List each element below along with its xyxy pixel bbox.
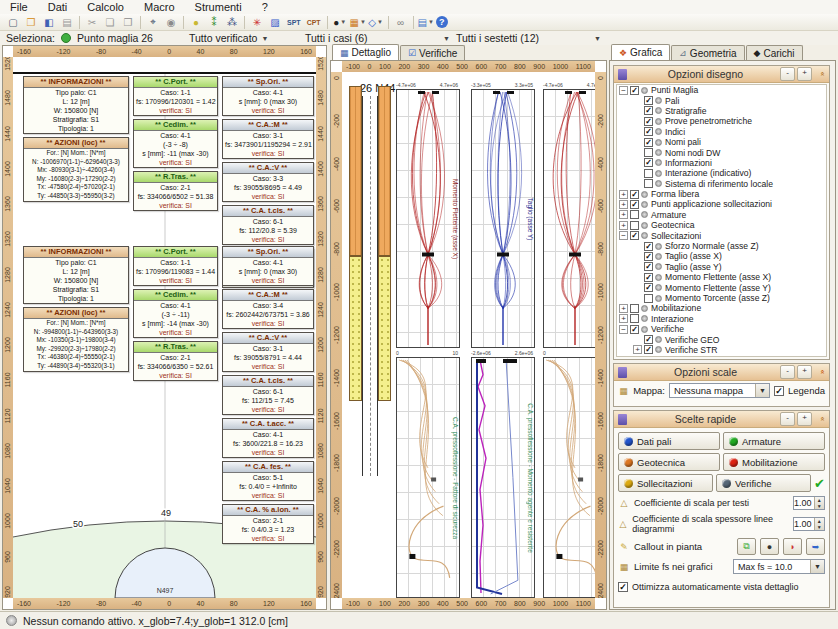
spin-down-icon[interactable]: ▼ xyxy=(815,503,824,509)
new-icon[interactable]: ▢ xyxy=(5,15,21,30)
open-icon[interactable]: ❐ xyxy=(23,15,39,30)
tree-item[interactable]: ✓Taglio (asse Y) xyxy=(617,262,826,272)
tree-expander[interactable]: + xyxy=(619,210,628,219)
tree-checkbox[interactable] xyxy=(644,294,653,303)
tree-item[interactable]: −✓Verifiche xyxy=(617,324,826,334)
tab-verifiche[interactable]: ☑Verifiche xyxy=(400,45,465,60)
tree-expander[interactable]: − xyxy=(619,86,628,95)
tree-checkbox[interactable]: ✓ xyxy=(644,96,653,105)
tree-expander[interactable]: + xyxy=(619,304,628,313)
grid-menu-icon[interactable]: ▦▼ xyxy=(350,15,366,30)
tree-item[interactable]: ✓Momento Flettente (asse X) xyxy=(617,272,826,282)
section-shrink-button[interactable]: - xyxy=(780,67,795,81)
tree-checkbox[interactable] xyxy=(644,148,653,157)
spin-down-icon[interactable]: ▼ xyxy=(815,524,824,530)
cpt-button[interactable]: CPT xyxy=(305,15,323,30)
cases-filter-dropdown[interactable]: Tutti i casi (6)▼ xyxy=(305,32,450,44)
section-grow-button[interactable]: + xyxy=(797,412,812,426)
tab-carichi[interactable]: ◆Carichi xyxy=(746,45,803,60)
tree-item[interactable]: Interazione (indicativo) xyxy=(617,168,826,178)
tree-item[interactable]: −✓Sollecitazioni xyxy=(617,230,826,240)
print-icon[interactable]: ▤ xyxy=(59,15,75,30)
menu-file[interactable]: File xyxy=(8,1,30,13)
section-collapse-button[interactable]: « xyxy=(815,68,827,81)
tree-checkbox[interactable] xyxy=(644,169,653,178)
section-shrink-button[interactable]: - xyxy=(780,412,795,426)
verified-filter-dropdown[interactable]: Tutto verificato▼ xyxy=(189,32,299,44)
tree-item[interactable]: ✓Stratigrafie xyxy=(617,106,826,116)
tree-checkbox[interactable]: ✓ xyxy=(644,106,653,115)
tree-item[interactable]: +Interazione xyxy=(617,314,826,324)
nodes-menu-icon[interactable]: ◇▼ xyxy=(368,15,384,30)
paste-icon[interactable]: ❐ xyxy=(120,15,136,30)
section-collapse-button[interactable]: « xyxy=(815,366,827,379)
tree-checkbox[interactable]: ✓ xyxy=(644,283,653,292)
tree-item[interactable]: ✓Informazioni xyxy=(617,158,826,168)
plan-view-canvas[interactable]: 504948N497 ** INFORMAZIONI **Tipo palo: … xyxy=(13,57,316,598)
callout-option-3-button[interactable]: ◗ xyxy=(783,538,802,555)
tree-checkbox[interactable] xyxy=(630,210,639,219)
tree-item[interactable]: +✓Verifiche STR xyxy=(617,345,826,355)
sextets-filter-dropdown[interactable]: Tutti i sestetti (12)▼ xyxy=(456,32,601,44)
tree-expander[interactable]: − xyxy=(619,325,628,334)
detail-canvas[interactable]: 26 N44 Momento Flettente (asse X)-4.7e+0… xyxy=(342,72,595,598)
tab-geometria[interactable]: ⊿Geometria xyxy=(671,45,744,60)
tree-item[interactable]: ✓Verifiche GEO xyxy=(617,334,826,344)
tree-item[interactable]: ✓Indici xyxy=(617,127,826,137)
section-grow-button[interactable]: + xyxy=(797,67,812,81)
tree-expander[interactable]: + xyxy=(619,190,628,199)
tree-checkbox[interactable]: ✓ xyxy=(630,190,639,199)
callout-option-2-button[interactable]: ● xyxy=(760,538,779,555)
tree-expander[interactable]: − xyxy=(619,231,628,240)
tree-item[interactable]: +✓Forma libera xyxy=(617,189,826,199)
section-grow-button[interactable]: + xyxy=(797,365,812,379)
callout-option-1-button[interactable]: ⧉ xyxy=(737,538,756,555)
fs-limit-select[interactable]: Max fs = 10.0▼ xyxy=(733,559,825,574)
tree-item[interactable]: +✓Punti applicazione sollecitazioni xyxy=(617,199,826,209)
quick-geotecnica-button[interactable]: Geotecnica xyxy=(618,453,720,471)
tree-item[interactable]: ✓Taglio (asse X) xyxy=(617,251,826,261)
users-icon[interactable]: ⁑ xyxy=(206,15,222,30)
tree-expander[interactable]: + xyxy=(619,200,628,209)
sphere-icon[interactable]: ◉ xyxy=(163,15,179,30)
tree-item[interactable]: +Geotecnica xyxy=(617,220,826,230)
tree-checkbox[interactable]: ✓ xyxy=(644,242,653,251)
tree-checkbox[interactable]: ✓ xyxy=(644,335,653,344)
quick-dati-pali-button[interactable]: Dati pali xyxy=(618,432,720,450)
tree-item[interactable]: Sistema di riferimento locale xyxy=(617,179,826,189)
tree-checkbox[interactable]: ✓ xyxy=(644,117,653,126)
tree-checkbox[interactable] xyxy=(630,314,639,323)
tree-checkbox[interactable]: ✓ xyxy=(644,127,653,136)
menu-macro[interactable]: Macro xyxy=(142,1,177,13)
tree-item[interactable]: ✓Pali xyxy=(617,95,826,105)
tree-expander[interactable]: + xyxy=(619,314,628,323)
tree-item[interactable]: −✓Punti Maglia xyxy=(617,85,826,95)
copy-icon[interactable]: ❏ xyxy=(102,15,118,30)
tree-checkbox[interactable]: ✓ xyxy=(644,252,653,261)
tree-expander[interactable]: + xyxy=(619,221,628,230)
quick-verifiche-button[interactable]: Verifiche xyxy=(716,474,811,492)
save-icon[interactable]: ◧ xyxy=(41,15,57,30)
menu-calcolo[interactable]: Calcolo xyxy=(85,1,126,13)
coeff-line-spinner[interactable]: 1.00 ▲▼ xyxy=(793,517,825,531)
tree-item[interactable]: Nomi nodi DW xyxy=(617,147,826,157)
quick-mobilitazione-button[interactable]: Mobilitazione xyxy=(723,453,825,471)
quick-sollecitazioni-button[interactable]: Sollecitazioni xyxy=(618,474,713,492)
layout-menu-icon[interactable]: ▤▼ xyxy=(418,15,434,30)
yellow-sphere-icon[interactable]: ● xyxy=(188,15,204,30)
tree-item[interactable]: ✓Nomi pali xyxy=(617,137,826,147)
tree-checkbox[interactable] xyxy=(644,179,653,188)
tree-checkbox[interactable] xyxy=(630,221,639,230)
tree-checkbox[interactable]: ✓ xyxy=(630,200,639,209)
menu-strumenti[interactable]: Strumenti xyxy=(193,1,244,13)
section-collapse-button[interactable]: « xyxy=(815,413,827,426)
menu-help[interactable]: ? xyxy=(260,1,270,13)
spt-button[interactable]: SPT xyxy=(285,15,303,30)
legend-checkbox[interactable]: ✓ xyxy=(774,386,784,396)
coeff-text-spinner[interactable]: 1.00 ▲▼ xyxy=(793,496,825,510)
tree-checkbox[interactable]: ✓ xyxy=(644,158,653,167)
black-sphere-menu-icon[interactable]: ●▼ xyxy=(332,15,348,30)
tree-checkbox[interactable]: ✓ xyxy=(644,138,653,147)
link-icon[interactable]: ∞ xyxy=(393,15,409,30)
section-shrink-button[interactable]: - xyxy=(780,365,795,379)
